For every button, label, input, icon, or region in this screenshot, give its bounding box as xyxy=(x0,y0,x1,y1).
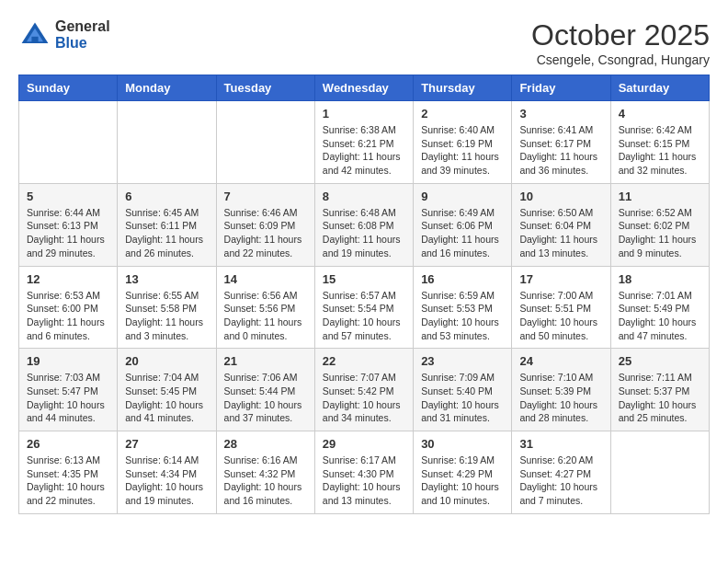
location: Csengele, Csongrad, Hungary xyxy=(531,52,710,67)
day-number: 5 xyxy=(27,190,109,203)
day-header-thursday: Thursday xyxy=(414,75,512,101)
calendar-table: SundayMondayTuesdayWednesdayThursdayFrid… xyxy=(18,75,710,514)
day-info: Sunrise: 6:20 AM Sunset: 4:27 PM Dayligh… xyxy=(519,454,602,508)
day-cell: 20Sunrise: 7:04 AM Sunset: 5:45 PM Dayli… xyxy=(118,349,216,431)
day-number: 19 xyxy=(27,354,109,368)
day-cell: 4Sunrise: 6:42 AM Sunset: 6:15 PM Daylig… xyxy=(610,101,709,184)
day-info: Sunrise: 7:04 AM Sunset: 5:45 PM Dayligh… xyxy=(125,371,208,425)
day-cell: 19Sunrise: 7:03 AM Sunset: 5:47 PM Dayli… xyxy=(19,349,118,431)
day-info: Sunrise: 6:48 AM Sunset: 6:08 PM Dayligh… xyxy=(323,206,405,260)
week-row: 19Sunrise: 7:03 AM Sunset: 5:47 PM Dayli… xyxy=(19,349,710,431)
day-cell: 5Sunrise: 6:44 AM Sunset: 6:13 PM Daylig… xyxy=(19,183,118,266)
day-number: 29 xyxy=(323,437,405,451)
day-number: 10 xyxy=(519,190,602,203)
day-number: 20 xyxy=(125,354,208,368)
day-cell: 12Sunrise: 6:53 AM Sunset: 6:00 PM Dayli… xyxy=(19,266,118,349)
day-cell: 15Sunrise: 6:57 AM Sunset: 5:54 PM Dayli… xyxy=(314,266,413,349)
day-number: 17 xyxy=(519,272,602,286)
page-header: General Blue October 2025 Csengele, Cson… xyxy=(18,18,710,67)
day-cell xyxy=(610,431,709,514)
day-number: 23 xyxy=(421,354,504,368)
day-number: 1 xyxy=(323,107,405,121)
day-info: Sunrise: 6:52 AM Sunset: 6:02 PM Dayligh… xyxy=(619,206,701,260)
day-header-saturday: Saturday xyxy=(610,75,709,101)
logo: General Blue xyxy=(18,18,110,52)
day-cell: 11Sunrise: 6:52 AM Sunset: 6:02 PM Dayli… xyxy=(610,183,709,266)
day-number: 11 xyxy=(619,190,701,203)
day-info: Sunrise: 6:42 AM Sunset: 6:15 PM Dayligh… xyxy=(619,123,701,178)
day-number: 16 xyxy=(421,272,504,286)
day-info: Sunrise: 7:06 AM Sunset: 5:44 PM Dayligh… xyxy=(224,371,307,425)
day-cell: 31Sunrise: 6:20 AM Sunset: 4:27 PM Dayli… xyxy=(512,431,610,514)
day-header-tuesday: Tuesday xyxy=(216,75,314,101)
day-info: Sunrise: 7:03 AM Sunset: 5:47 PM Dayligh… xyxy=(27,371,109,425)
day-info: Sunrise: 6:50 AM Sunset: 6:04 PM Dayligh… xyxy=(519,206,602,260)
day-cell xyxy=(118,101,216,184)
day-cell: 30Sunrise: 6:19 AM Sunset: 4:29 PM Dayli… xyxy=(414,431,512,514)
day-number: 4 xyxy=(619,107,701,121)
header-row: SundayMondayTuesdayWednesdayThursdayFrid… xyxy=(19,75,710,101)
day-info: Sunrise: 6:57 AM Sunset: 5:54 PM Dayligh… xyxy=(323,289,405,343)
day-info: Sunrise: 6:56 AM Sunset: 5:56 PM Dayligh… xyxy=(224,289,307,343)
day-number: 14 xyxy=(224,272,307,286)
day-cell: 3Sunrise: 6:41 AM Sunset: 6:17 PM Daylig… xyxy=(512,101,610,184)
day-info: Sunrise: 6:53 AM Sunset: 6:00 PM Dayligh… xyxy=(27,289,109,343)
day-info: Sunrise: 6:55 AM Sunset: 5:58 PM Dayligh… xyxy=(125,289,208,343)
day-info: Sunrise: 7:09 AM Sunset: 5:40 PM Dayligh… xyxy=(421,371,504,425)
week-row: 1Sunrise: 6:38 AM Sunset: 6:21 PM Daylig… xyxy=(19,101,710,184)
day-number: 25 xyxy=(619,354,701,368)
day-number: 8 xyxy=(323,190,405,203)
day-cell: 14Sunrise: 6:56 AM Sunset: 5:56 PM Dayli… xyxy=(216,266,314,349)
day-number: 18 xyxy=(619,272,701,286)
day-header-sunday: Sunday xyxy=(19,75,118,101)
day-number: 2 xyxy=(421,107,504,121)
day-cell: 22Sunrise: 7:07 AM Sunset: 5:42 PM Dayli… xyxy=(314,349,413,431)
day-info: Sunrise: 6:49 AM Sunset: 6:06 PM Dayligh… xyxy=(421,206,504,260)
day-number: 12 xyxy=(27,272,109,286)
day-number: 24 xyxy=(519,354,602,368)
logo-general-text: General xyxy=(55,18,110,35)
day-cell: 7Sunrise: 6:46 AM Sunset: 6:09 PM Daylig… xyxy=(216,183,314,266)
day-header-wednesday: Wednesday xyxy=(314,75,413,101)
day-info: Sunrise: 6:13 AM Sunset: 4:35 PM Dayligh… xyxy=(27,454,109,508)
day-number: 22 xyxy=(323,354,405,368)
day-info: Sunrise: 6:38 AM Sunset: 6:21 PM Dayligh… xyxy=(323,123,405,178)
logo-blue-text: Blue xyxy=(55,35,110,52)
day-number: 21 xyxy=(224,354,307,368)
day-cell: 8Sunrise: 6:48 AM Sunset: 6:08 PM Daylig… xyxy=(314,183,413,266)
day-number: 30 xyxy=(421,437,504,451)
month-title: October 2025 xyxy=(531,18,710,52)
day-cell: 9Sunrise: 6:49 AM Sunset: 6:06 PM Daylig… xyxy=(414,183,512,266)
day-info: Sunrise: 7:07 AM Sunset: 5:42 PM Dayligh… xyxy=(323,371,405,425)
title-section: October 2025 Csengele, Csongrad, Hungary xyxy=(531,18,710,67)
day-cell: 29Sunrise: 6:17 AM Sunset: 4:30 PM Dayli… xyxy=(314,431,413,514)
day-number: 13 xyxy=(125,272,208,286)
day-header-friday: Friday xyxy=(512,75,610,101)
day-cell xyxy=(19,101,118,184)
day-cell: 13Sunrise: 6:55 AM Sunset: 5:58 PM Dayli… xyxy=(118,266,216,349)
day-cell: 18Sunrise: 7:01 AM Sunset: 5:49 PM Dayli… xyxy=(610,266,709,349)
day-cell: 23Sunrise: 7:09 AM Sunset: 5:40 PM Dayli… xyxy=(414,349,512,431)
day-info: Sunrise: 7:11 AM Sunset: 5:37 PM Dayligh… xyxy=(619,371,701,425)
day-number: 31 xyxy=(519,437,602,451)
day-cell: 24Sunrise: 7:10 AM Sunset: 5:39 PM Dayli… xyxy=(512,349,610,431)
day-number: 15 xyxy=(323,272,405,286)
day-cell: 26Sunrise: 6:13 AM Sunset: 4:35 PM Dayli… xyxy=(19,431,118,514)
day-info: Sunrise: 6:44 AM Sunset: 6:13 PM Dayligh… xyxy=(27,206,109,260)
day-number: 9 xyxy=(421,190,504,203)
day-info: Sunrise: 6:46 AM Sunset: 6:09 PM Dayligh… xyxy=(224,206,307,260)
day-number: 6 xyxy=(125,190,208,203)
day-cell: 17Sunrise: 7:00 AM Sunset: 5:51 PM Dayli… xyxy=(512,266,610,349)
logo-text: General Blue xyxy=(55,18,110,51)
day-cell xyxy=(216,101,314,184)
week-row: 12Sunrise: 6:53 AM Sunset: 6:00 PM Dayli… xyxy=(19,266,710,349)
day-cell: 10Sunrise: 6:50 AM Sunset: 6:04 PM Dayli… xyxy=(512,183,610,266)
day-info: Sunrise: 7:10 AM Sunset: 5:39 PM Dayligh… xyxy=(519,371,602,425)
day-info: Sunrise: 6:14 AM Sunset: 4:34 PM Dayligh… xyxy=(125,454,208,508)
week-row: 26Sunrise: 6:13 AM Sunset: 4:35 PM Dayli… xyxy=(19,431,710,514)
day-info: Sunrise: 7:01 AM Sunset: 5:49 PM Dayligh… xyxy=(619,289,701,343)
day-info: Sunrise: 6:40 AM Sunset: 6:19 PM Dayligh… xyxy=(421,123,504,178)
day-cell: 27Sunrise: 6:14 AM Sunset: 4:34 PM Dayli… xyxy=(118,431,216,514)
day-cell: 25Sunrise: 7:11 AM Sunset: 5:37 PM Dayli… xyxy=(610,349,709,431)
day-cell: 6Sunrise: 6:45 AM Sunset: 6:11 PM Daylig… xyxy=(118,183,216,266)
